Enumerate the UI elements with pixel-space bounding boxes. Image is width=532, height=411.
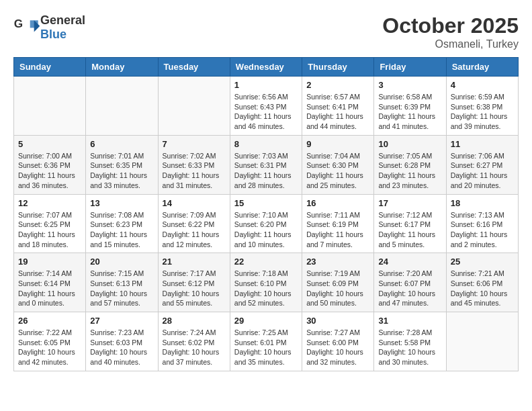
day-info: Sunrise: 6:56 AM Sunset: 6:43 PM Dayligh… [234, 92, 298, 132]
day-info: Sunrise: 7:22 AM Sunset: 6:05 PM Dayligh… [18, 328, 81, 367]
calendar-header-row: SundayMondayTuesdayWednesdayThursdayFrid… [14, 58, 519, 77]
column-header-wednesday: Wednesday [230, 58, 302, 77]
title-area: October 2025 Osmaneli, Turkey [382, 13, 519, 50]
calendar-cell: 17Sunrise: 7:12 AM Sunset: 6:17 PM Dayli… [374, 194, 446, 253]
calendar-cell: 27Sunrise: 7:23 AM Sunset: 6:03 PM Dayli… [86, 312, 158, 371]
calendar-cell: 12Sunrise: 7:07 AM Sunset: 6:25 PM Dayli… [14, 194, 86, 253]
day-info: Sunrise: 7:13 AM Sunset: 6:16 PM Dayligh… [451, 210, 514, 250]
calendar-cell: 22Sunrise: 7:18 AM Sunset: 6:10 PM Dayli… [230, 253, 302, 312]
day-info: Sunrise: 7:04 AM Sunset: 6:30 PM Dayligh… [306, 151, 369, 191]
day-info: Sunrise: 6:58 AM Sunset: 6:39 PM Dayligh… [378, 92, 441, 132]
calendar-week-row: 1Sunrise: 6:56 AM Sunset: 6:43 PM Daylig… [14, 77, 519, 136]
calendar-cell: 20Sunrise: 7:15 AM Sunset: 6:13 PM Dayli… [86, 253, 158, 312]
calendar-cell: 26Sunrise: 7:22 AM Sunset: 6:05 PM Dayli… [14, 312, 86, 371]
calendar-week-row: 19Sunrise: 7:14 AM Sunset: 6:14 PM Dayli… [14, 253, 519, 312]
day-info: Sunrise: 7:19 AM Sunset: 6:09 PM Dayligh… [306, 269, 369, 308]
calendar-cell: 24Sunrise: 7:20 AM Sunset: 6:07 PM Dayli… [374, 253, 446, 312]
day-number: 17 [378, 198, 441, 208]
calendar-cell: 13Sunrise: 7:08 AM Sunset: 6:23 PM Dayli… [86, 194, 158, 253]
day-number: 22 [234, 257, 298, 267]
day-number: 6 [90, 139, 153, 149]
day-number: 2 [306, 80, 369, 90]
calendar-cell: 28Sunrise: 7:24 AM Sunset: 6:02 PM Dayli… [158, 312, 230, 371]
day-info: Sunrise: 7:21 AM Sunset: 6:06 PM Dayligh… [451, 269, 514, 308]
calendar-cell: 16Sunrise: 7:11 AM Sunset: 6:19 PM Dayli… [302, 194, 374, 253]
day-number: 27 [90, 316, 153, 326]
calendar-cell: 10Sunrise: 7:05 AM Sunset: 6:28 PM Dayli… [374, 135, 446, 194]
calendar-cell: 18Sunrise: 7:13 AM Sunset: 6:16 PM Dayli… [446, 194, 518, 253]
day-number: 25 [451, 257, 514, 267]
day-info: Sunrise: 7:25 AM Sunset: 6:01 PM Dayligh… [234, 328, 298, 367]
day-number: 23 [306, 257, 369, 267]
day-number: 7 [163, 139, 226, 149]
day-info: Sunrise: 7:08 AM Sunset: 6:23 PM Dayligh… [90, 210, 153, 250]
calendar-cell: 25Sunrise: 7:21 AM Sunset: 6:06 PM Dayli… [446, 253, 518, 312]
day-number: 13 [90, 198, 153, 208]
day-number: 31 [378, 316, 441, 326]
day-info: Sunrise: 7:17 AM Sunset: 6:12 PM Dayligh… [163, 269, 226, 308]
calendar-cell: 9Sunrise: 7:04 AM Sunset: 6:30 PM Daylig… [302, 135, 374, 194]
day-info: Sunrise: 7:14 AM Sunset: 6:14 PM Dayligh… [18, 269, 81, 308]
column-header-monday: Monday [86, 58, 158, 77]
day-info: Sunrise: 7:18 AM Sunset: 6:10 PM Dayligh… [234, 269, 298, 308]
calendar-cell [14, 77, 86, 136]
calendar-week-row: 5Sunrise: 7:00 AM Sunset: 6:36 PM Daylig… [14, 135, 519, 194]
day-number: 8 [234, 139, 298, 149]
calendar-cell [158, 77, 230, 136]
day-info: Sunrise: 7:11 AM Sunset: 6:19 PM Dayligh… [306, 210, 369, 250]
logo-general: General [40, 13, 85, 27]
calendar-cell: 31Sunrise: 7:28 AM Sunset: 5:58 PM Dayli… [374, 312, 446, 371]
day-info: Sunrise: 7:01 AM Sunset: 6:35 PM Dayligh… [90, 151, 153, 191]
logo-text: General Blue [40, 13, 85, 42]
day-number: 1 [234, 80, 298, 90]
calendar-cell: 30Sunrise: 7:27 AM Sunset: 6:00 PM Dayli… [302, 312, 374, 371]
day-info: Sunrise: 7:00 AM Sunset: 6:36 PM Dayligh… [18, 151, 81, 191]
day-number: 16 [306, 198, 369, 208]
day-info: Sunrise: 7:28 AM Sunset: 5:58 PM Dayligh… [378, 328, 441, 367]
calendar-cell: 1Sunrise: 6:56 AM Sunset: 6:43 PM Daylig… [230, 77, 302, 136]
day-number: 26 [18, 316, 81, 326]
calendar-cell: 2Sunrise: 6:57 AM Sunset: 6:41 PM Daylig… [302, 77, 374, 136]
calendar-cell: 23Sunrise: 7:19 AM Sunset: 6:09 PM Dayli… [302, 253, 374, 312]
day-number: 3 [378, 80, 441, 90]
day-info: Sunrise: 7:07 AM Sunset: 6:25 PM Dayligh… [18, 210, 81, 250]
calendar-cell: 14Sunrise: 7:09 AM Sunset: 6:22 PM Dayli… [158, 194, 230, 253]
day-info: Sunrise: 6:59 AM Sunset: 6:38 PM Dayligh… [451, 92, 514, 132]
logo-icon: G [13, 17, 40, 38]
calendar-cell: 3Sunrise: 6:58 AM Sunset: 6:39 PM Daylig… [374, 77, 446, 136]
svg-text:G: G [14, 17, 23, 30]
calendar-cell: 5Sunrise: 7:00 AM Sunset: 6:36 PM Daylig… [14, 135, 86, 194]
logo: G General Blue [13, 13, 85, 42]
month-title: October 2025 [382, 13, 519, 38]
day-info: Sunrise: 7:09 AM Sunset: 6:22 PM Dayligh… [163, 210, 226, 250]
calendar-cell: 19Sunrise: 7:14 AM Sunset: 6:14 PM Dayli… [14, 253, 86, 312]
day-number: 10 [378, 139, 441, 149]
day-number: 11 [451, 139, 514, 149]
column-header-tuesday: Tuesday [158, 58, 230, 77]
column-header-sunday: Sunday [14, 58, 86, 77]
calendar-cell: 29Sunrise: 7:25 AM Sunset: 6:01 PM Dayli… [230, 312, 302, 371]
day-number: 5 [18, 139, 81, 149]
day-number: 24 [378, 257, 441, 267]
calendar-cell: 6Sunrise: 7:01 AM Sunset: 6:35 PM Daylig… [86, 135, 158, 194]
calendar-cell: 4Sunrise: 6:59 AM Sunset: 6:38 PM Daylig… [446, 77, 518, 136]
day-info: Sunrise: 7:10 AM Sunset: 6:20 PM Dayligh… [234, 210, 298, 250]
column-header-friday: Friday [374, 58, 446, 77]
day-info: Sunrise: 7:15 AM Sunset: 6:13 PM Dayligh… [90, 269, 153, 308]
column-header-thursday: Thursday [302, 58, 374, 77]
calendar-cell: 15Sunrise: 7:10 AM Sunset: 6:20 PM Dayli… [230, 194, 302, 253]
day-info: Sunrise: 7:27 AM Sunset: 6:00 PM Dayligh… [306, 328, 369, 367]
day-number: 19 [18, 257, 81, 267]
logo-blue: Blue [40, 28, 66, 41]
day-info: Sunrise: 7:12 AM Sunset: 6:17 PM Dayligh… [378, 210, 441, 250]
calendar-cell: 21Sunrise: 7:17 AM Sunset: 6:12 PM Dayli… [158, 253, 230, 312]
day-number: 18 [451, 198, 514, 208]
calendar-table: SundayMondayTuesdayWednesdayThursdayFrid… [13, 57, 519, 371]
calendar-cell [86, 77, 158, 136]
day-number: 15 [234, 198, 298, 208]
calendar-week-row: 26Sunrise: 7:22 AM Sunset: 6:05 PM Dayli… [14, 312, 519, 371]
day-number: 29 [234, 316, 298, 326]
day-info: Sunrise: 7:05 AM Sunset: 6:28 PM Dayligh… [378, 151, 441, 191]
calendar-week-row: 12Sunrise: 7:07 AM Sunset: 6:25 PM Dayli… [14, 194, 519, 253]
day-number: 4 [451, 80, 514, 90]
